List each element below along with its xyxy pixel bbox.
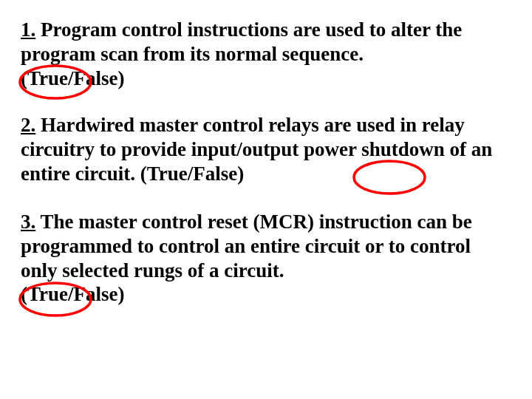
circle-answer-q2 bbox=[349, 157, 430, 197]
question-1-number: 1. bbox=[21, 18, 35, 41]
question-1-text: Program control instructions are used to… bbox=[21, 18, 462, 65]
question-3-truefalse: (True/False) bbox=[21, 283, 124, 305]
question-2-truefalse: (True/False) bbox=[140, 163, 244, 185]
question-2: 2. Hardwired master control relays are u… bbox=[21, 113, 511, 186]
question-3-text: The master control reset (MCR) instructi… bbox=[21, 211, 472, 282]
question-2-text: Hardwired master control relays are used… bbox=[21, 114, 492, 185]
question-1: 1. Program control instructions are used… bbox=[21, 18, 511, 91]
svg-point-1 bbox=[354, 161, 425, 194]
question-2-number: 2. bbox=[21, 114, 35, 136]
question-3-number: 3. bbox=[21, 211, 35, 233]
slide: 1. Program control instructions are used… bbox=[0, 0, 532, 399]
question-1-truefalse: (True/False) bbox=[21, 67, 124, 89]
question-3: 3. The master control reset (MCR) instru… bbox=[21, 210, 511, 307]
